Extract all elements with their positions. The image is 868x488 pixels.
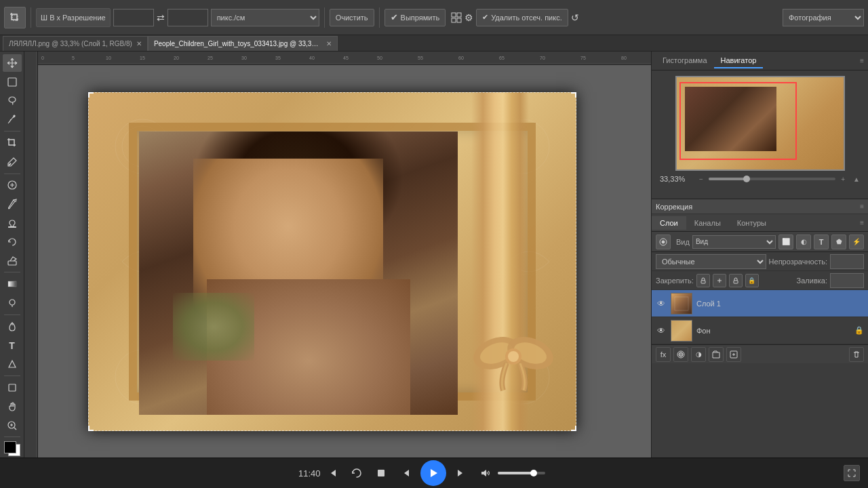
delete-button[interactable]: ✔ Удалить отсеч. пикс. <box>476 9 568 26</box>
lock-all-btn[interactable] <box>729 274 743 287</box>
brush-tool[interactable] <box>3 195 22 213</box>
zoom-thumb[interactable] <box>743 176 750 182</box>
pixel-filter[interactable]: ⬜ <box>778 235 793 249</box>
layer-2-visibility[interactable]: 👁 <box>656 325 667 336</box>
units-dropdown[interactable]: пикс./см <box>211 9 319 26</box>
player-back-btn[interactable] <box>396 464 415 483</box>
eraser-tool[interactable] <box>3 252 22 270</box>
path-select-tool[interactable] <box>3 355 22 373</box>
straighten-button[interactable]: ✔ Выпрямить <box>384 9 446 26</box>
workspace-dropdown[interactable]: Фотография <box>783 9 864 26</box>
delete-layer-btn[interactable] <box>849 347 864 362</box>
blend-mode-dropdown[interactable]: Обычные <box>656 254 766 269</box>
view-dropdown[interactable]: Вид <box>692 235 776 249</box>
text-tool[interactable]: T <box>3 337 22 354</box>
tab-paths[interactable]: Контуры <box>729 216 774 230</box>
tab-channels[interactable]: Каналы <box>686 216 729 230</box>
volume-area <box>476 464 545 483</box>
zoom-slider[interactable] <box>709 178 835 180</box>
tab-2[interactable]: People_Children_Girl_with_toys_033413.jp… <box>148 36 338 51</box>
volume-btn[interactable] <box>476 464 495 483</box>
wand-tool[interactable] <box>3 110 22 128</box>
layer-fx-btn[interactable]: fx <box>656 347 671 362</box>
blend-mode-row: Обычные Непрозрачность: 100% <box>652 252 868 271</box>
volume-slider[interactable] <box>498 472 545 474</box>
tool-sep-5 <box>4 375 20 376</box>
crop-tool[interactable] <box>3 134 22 152</box>
photoshop-canvas[interactable] <box>88 92 576 431</box>
crop-tool-icon[interactable] <box>4 7 26 28</box>
fg-color[interactable] <box>4 441 16 453</box>
navigator-content: 33,33% − + ▲ <box>652 70 868 199</box>
rotate-icon[interactable]: ↺ <box>571 12 579 23</box>
layers-panel-options[interactable]: ≡ <box>856 219 868 226</box>
svg-rect-4 <box>457 18 461 22</box>
swap-icon[interactable]: ⇄ <box>157 12 165 23</box>
layer-1-visibility[interactable]: 👁 <box>656 298 667 309</box>
layer-item-1[interactable]: 👁 Слой 1 <box>652 290 868 317</box>
move-tool[interactable] <box>3 54 22 72</box>
canvas-area[interactable]: 0 5 10 15 20 25 30 35 40 45 50 55 60 65 … <box>24 52 651 458</box>
layer-mask-btn[interactable] <box>673 347 688 362</box>
hand-tool[interactable] <box>3 398 22 415</box>
tab-navigator[interactable]: Навигатор <box>714 54 764 68</box>
main-layout: T <box>0 52 868 458</box>
opacity-input[interactable]: 100% <box>830 254 864 269</box>
width-input[interactable] <box>113 9 154 26</box>
shape-filter[interactable]: ⬟ <box>831 235 846 249</box>
player-time: 11:40 <box>298 468 321 479</box>
adjust-filter[interactable]: ◐ <box>796 235 811 249</box>
height-input[interactable] <box>167 9 208 26</box>
select-tool[interactable] <box>3 73 22 91</box>
zoom-tool[interactable] <box>3 417 22 434</box>
text-filter[interactable]: T <box>814 235 829 249</box>
player-stop-btn[interactable] <box>372 464 391 483</box>
new-group-btn[interactable] <box>709 347 724 362</box>
korrect-panel-header[interactable]: Коррекция ≡ <box>652 199 868 214</box>
clear-button[interactable]: Очистить <box>330 9 374 26</box>
tab-layers[interactable]: Слои <box>652 216 686 230</box>
svg-text:40: 40 <box>309 56 315 60</box>
pen-tool[interactable] <box>3 318 22 336</box>
lock-pixels-btn[interactable] <box>696 274 710 287</box>
grid-view-btn[interactable] <box>451 12 462 23</box>
svg-point-6 <box>9 97 16 102</box>
canvas-content[interactable] <box>38 65 651 458</box>
zoom-in-btn[interactable]: + <box>841 176 845 183</box>
player-play-btn[interactable] <box>420 460 446 486</box>
new-layer-btn[interactable] <box>726 347 741 362</box>
fullscreen-btn[interactable] <box>844 465 860 481</box>
player-refresh-btn[interactable] <box>347 464 366 483</box>
tab-histogram[interactable]: Гистограмма <box>656 54 714 68</box>
panel-options-btn[interactable]: ≡ <box>860 57 864 64</box>
layer-type-filter[interactable] <box>656 235 671 249</box>
heal-tool[interactable] <box>3 177 22 195</box>
eyedropper-tool[interactable] <box>3 153 22 171</box>
dodge-tool[interactable] <box>3 294 22 312</box>
lock-position-btn[interactable] <box>713 274 726 287</box>
tab-1-close[interactable]: ✕ <box>136 40 142 47</box>
zoom-up-btn[interactable]: ▲ <box>853 176 860 183</box>
layer-adjust-btn[interactable]: ◑ <box>691 347 706 362</box>
width-field[interactable]: Ш В х Разрешение <box>36 8 111 27</box>
lasso-tool[interactable] <box>3 92 22 110</box>
navigator-preview[interactable] <box>675 76 845 171</box>
tab-2-close[interactable]: ✕ <box>326 40 332 47</box>
korrect-options[interactable]: ≡ <box>860 203 864 210</box>
photo-area <box>139 131 458 415</box>
smart-filter[interactable]: ⚡ <box>849 235 864 249</box>
player-rewind-btn[interactable] <box>323 464 342 483</box>
shape-tool[interactable] <box>3 379 22 396</box>
gear-icon[interactable]: ⚙ <box>465 12 473 23</box>
tab-1[interactable]: ЛЯЛЯЛЛ.png @ 33,3% (Слой 1, RGB/8) ✕ <box>3 36 148 51</box>
gradient-tool[interactable] <box>3 275 22 293</box>
stamp-tool[interactable] <box>3 214 22 232</box>
zoom-out-btn[interactable]: − <box>699 176 703 183</box>
player-forward-btn[interactable] <box>452 464 471 483</box>
volume-thumb[interactable] <box>530 470 537 476</box>
fg-bg-colors[interactable] <box>3 440 22 458</box>
lock-extra-btn[interactable]: 🔒 <box>745 274 759 287</box>
layer-item-2[interactable]: 👁 Фон 🔒 <box>652 317 868 344</box>
history-tool[interactable] <box>3 233 22 251</box>
fill-input[interactable]: 100% <box>830 273 864 288</box>
